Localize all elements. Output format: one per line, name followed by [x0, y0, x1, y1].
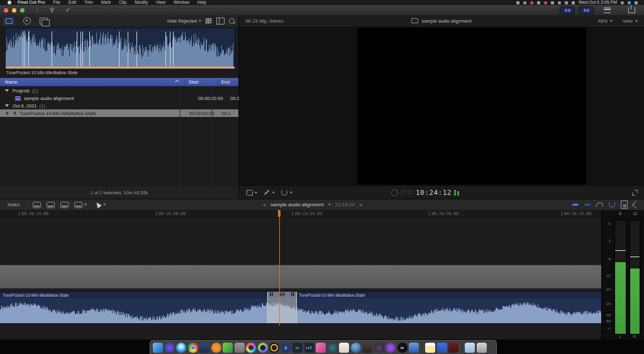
import-media-icon[interactable]: ↓	[36, 5, 39, 15]
menu-modify[interactable]: Modify	[135, 0, 148, 5]
clip-appearance-icon-1[interactable]	[33, 202, 41, 208]
filmstrip-view-icon[interactable]	[216, 18, 225, 25]
status-icon-9[interactable]	[572, 1, 575, 4]
dock-icon-dark-case-app[interactable]	[362, 343, 372, 353]
control-center-icon[interactable]	[635, 1, 638, 4]
audio-skimming-toggle-icon[interactable]	[584, 204, 591, 206]
workspace-menu-icon[interactable]	[604, 8, 611, 13]
view-dropdown[interactable]: View	[623, 18, 633, 24]
index-button[interactable]: Index	[8, 202, 20, 207]
browser-layout-toggle[interactable]	[560, 6, 575, 14]
search-icon[interactable]	[229, 18, 235, 24]
dock-icon-purple-circle-app[interactable]	[386, 343, 396, 353]
dock-icon-lightroom-classic[interactable]: LrC	[304, 343, 314, 353]
playhead-line[interactable]	[279, 210, 280, 326]
clip-appearance-icon-2[interactable]	[47, 202, 55, 208]
dock-icon-chrome[interactable]	[188, 343, 198, 353]
audio-crossfade-transition[interactable]	[267, 292, 297, 323]
status-icon-1[interactable]	[516, 1, 519, 4]
menu-help[interactable]: Help	[197, 0, 206, 5]
dock-icon-photo-editor-app[interactable]	[223, 343, 233, 353]
spotlight-icon[interactable]	[621, 1, 624, 4]
dock-icon-lightroom[interactable]: Lr	[292, 343, 303, 353]
menu-mark[interactable]: Mark	[101, 0, 111, 5]
dock-icon-pink-app[interactable]	[316, 343, 326, 353]
timeline-clip-right[interactable]: TunePocket-10-Min-Meditative-State	[299, 293, 365, 297]
audio-meters-toggle-icon[interactable]	[621, 201, 628, 209]
dock-icon-orange-circle-app[interactable]	[211, 343, 221, 353]
select-tool-icon[interactable]	[94, 201, 102, 209]
fade-handle-right-icon[interactable]	[291, 292, 294, 296]
duplicate-detection-icon[interactable]	[40, 18, 48, 25]
mini-audio-meters[interactable]	[454, 189, 459, 196]
status-icon-4[interactable]	[537, 1, 540, 4]
grid-view-icon[interactable]	[206, 18, 212, 24]
clip-appearance-icon-4[interactable]	[74, 202, 82, 208]
clip-appearance-icon-3[interactable]	[60, 202, 69, 208]
dock-icon-gold-circle-app[interactable]	[269, 343, 279, 353]
next-project-button[interactable]: >	[359, 202, 362, 208]
minimize-window-button[interactable]	[12, 8, 16, 13]
list-row-tunepocket-selected[interactable]: TunePocket-10-Min-Meditative-State 00:00…	[0, 109, 238, 117]
dock-icon-1password[interactable]: 1	[281, 343, 291, 353]
menu-window[interactable]: Window	[174, 0, 189, 5]
solo-toggle-icon[interactable]	[596, 202, 603, 207]
timeline-ruler[interactable]: 00:10:15:00 00:10:20:00 00:10:25:00 00:1…	[0, 210, 601, 218]
loop-playback-icon[interactable]	[391, 189, 398, 196]
dock-icon-white-document-app[interactable]	[339, 343, 349, 353]
status-icon-8[interactable]	[565, 1, 568, 4]
list-row-projects[interactable]: Projects (1)	[0, 87, 238, 94]
timeline-clip-left[interactable]: TunePocket-10-Min-Meditative-State	[3, 293, 69, 297]
keyword-icon[interactable]: ⚲	[50, 5, 55, 15]
menu-clock[interactable]: Wed Oct 6 3:05 PM	[579, 0, 617, 5]
close-window-button[interactable]	[4, 8, 8, 13]
column-end[interactable]: End	[218, 79, 238, 85]
dock-icon-apple-tv[interactable]: tv	[397, 343, 408, 353]
dock-icon-disc-app[interactable]	[374, 343, 384, 353]
column-name[interactable]: Name	[5, 79, 18, 85]
status-icon-7[interactable]	[558, 1, 561, 4]
retime-icon[interactable]	[281, 189, 287, 196]
clip-filter-dropdown[interactable]: Hide Rejected	[167, 18, 201, 24]
dock-icon-red-book-app[interactable]	[448, 343, 458, 353]
zoom-level-dropdown[interactable]: 48%	[598, 18, 608, 24]
dock-icon-trash[interactable]	[477, 343, 487, 353]
dock-icon-safari[interactable]	[176, 343, 186, 353]
dock-icon-final-cut-pro[interactable]	[246, 343, 256, 353]
dock-icon-blue-device-app[interactable]	[409, 343, 419, 353]
status-icon-6[interactable]	[551, 1, 554, 4]
menu-file[interactable]: File	[53, 0, 60, 5]
keyword-editor-icon[interactable]	[23, 17, 31, 25]
apple-menu-icon[interactable]	[8, 1, 11, 4]
crop-tool-icon[interactable]	[247, 190, 252, 196]
menu-app-name[interactable]: Final Cut Pro	[18, 0, 45, 5]
dock-icon-downloads-folder[interactable]	[465, 343, 475, 353]
skimming-toggle-icon[interactable]	[572, 204, 579, 206]
share-icon[interactable]	[628, 7, 635, 13]
dock-icon-davinci-resolve[interactable]	[258, 343, 268, 353]
dock-icon-finder[interactable]	[153, 343, 163, 353]
timeline-area[interactable]: 00:10:15:00 00:10:20:00 00:10:25:00 00:1…	[0, 210, 601, 340]
dock-icon-blue-sphere-app[interactable]	[351, 343, 361, 353]
menu-edit[interactable]: Edit	[69, 0, 76, 5]
disclosure-triangle-icon[interactable]	[5, 104, 9, 107]
dock-icon-notes[interactable]	[425, 343, 435, 353]
dock-icon-display-app[interactable]	[199, 343, 209, 353]
disclosure-triangle-icon[interactable]	[6, 111, 9, 115]
snapping-toggle-icon[interactable]	[609, 202, 615, 207]
status-icon-2[interactable]	[523, 1, 526, 4]
dock-icon-umbrella-app[interactable]	[165, 343, 175, 353]
enhancements-wand-icon[interactable]	[264, 190, 269, 195]
inspector-layout-toggle[interactable]	[579, 6, 594, 14]
timeline-options-icon[interactable]	[633, 202, 639, 207]
disclosure-triangle-icon[interactable]	[5, 89, 9, 92]
fullscreen-icon[interactable]	[632, 190, 638, 196]
siri-icon[interactable]	[628, 1, 631, 4]
column-start[interactable]: Start	[185, 79, 218, 85]
dock-icon-teal-app[interactable]	[328, 343, 338, 353]
fade-handle-left-icon[interactable]	[270, 292, 273, 296]
dock-icon-dropbox[interactable]	[437, 343, 447, 353]
menu-trim[interactable]: Trim	[84, 0, 93, 5]
dock-icon-camera-app[interactable]	[235, 343, 245, 353]
menu-clip[interactable]: Clip	[119, 0, 126, 5]
